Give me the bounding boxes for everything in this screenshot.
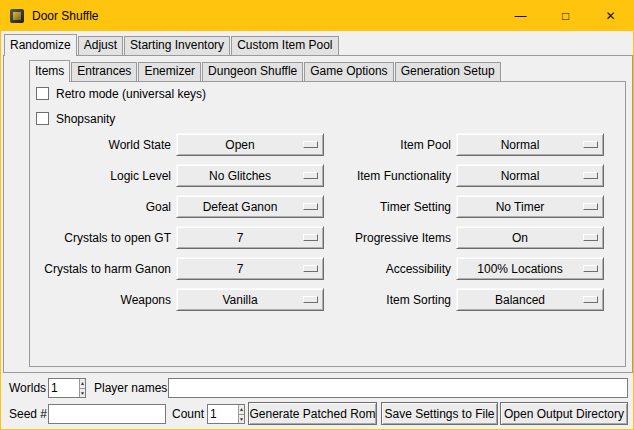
tab-dungeon-shuffle[interactable]: Dungeon Shuffle xyxy=(202,62,303,81)
spin-down-icon[interactable]: ▼ xyxy=(80,388,85,398)
crystals-open-gt-label: Crystals to open GT xyxy=(26,231,176,245)
tab-items[interactable]: Items xyxy=(29,60,70,82)
dropdown-indicator-icon xyxy=(583,203,598,210)
dropdown-indicator-icon xyxy=(583,296,598,303)
logic-level-label: Logic Level xyxy=(26,169,176,183)
crystals-harm-ganon-value: 7 xyxy=(237,262,244,276)
item-pool-label: Item Pool xyxy=(306,138,456,152)
tab-enemizer[interactable]: Enemizer xyxy=(138,62,201,81)
dropdown-indicator-icon xyxy=(583,141,598,148)
weapons-dropdown[interactable]: Vanilla xyxy=(176,288,324,311)
shopsanity-label: Shopsanity xyxy=(56,112,115,126)
accessibility-value: 100% Locations xyxy=(477,262,562,276)
tab-entrances[interactable]: Entrances xyxy=(71,62,137,81)
count-spinner[interactable]: ▲ ▼ xyxy=(207,404,245,424)
world-state-dropdown[interactable]: Open xyxy=(176,133,324,156)
dropdown-indicator-icon xyxy=(583,265,598,272)
item-functionality-dropdown[interactable]: Normal xyxy=(456,164,604,187)
player-names-label: Player names xyxy=(94,378,167,398)
tab-adjust[interactable]: Adjust xyxy=(78,36,123,55)
tab-randomize[interactable]: Randomize xyxy=(4,34,77,56)
open-output-directory-button[interactable]: Open Output Directory xyxy=(500,402,628,425)
window-title: Door Shuffle xyxy=(32,9,99,23)
crystals-harm-ganon-dropdown[interactable]: 7 xyxy=(176,257,324,280)
retro-mode-checkbox-row[interactable]: Retro mode (universal keys) xyxy=(36,86,206,101)
timer-setting-label: Timer Setting xyxy=(306,200,456,214)
window-controls: — □ ✕ xyxy=(498,1,633,31)
worlds-label: Worlds xyxy=(9,378,46,398)
save-settings-button[interactable]: Save Settings to File xyxy=(381,402,498,425)
item-functionality-label: Item Functionality xyxy=(306,169,456,183)
titlebar[interactable]: Door Shuffle — □ ✕ xyxy=(1,1,633,31)
crystals-harm-ganon-label: Crystals to harm Ganon xyxy=(26,262,176,276)
tab-custom-item-pool[interactable]: Custom Item Pool xyxy=(231,36,338,55)
progressive-items-value: On xyxy=(512,231,528,245)
goal-label: Goal xyxy=(26,200,176,214)
dropdown-indicator-icon xyxy=(583,234,598,241)
retro-mode-checkbox[interactable] xyxy=(36,87,49,100)
item-pool-value: Normal xyxy=(501,138,540,152)
inner-tabs: Items Entrances Enemizer Dungeon Shuffle… xyxy=(29,60,502,81)
goal-value: Defeat Ganon xyxy=(203,200,278,214)
app-icon xyxy=(10,9,24,23)
logic-level-dropdown[interactable]: No Glitches xyxy=(176,164,324,187)
item-sorting-dropdown[interactable]: Balanced xyxy=(456,288,604,311)
minimize-icon: — xyxy=(515,9,527,23)
shopsanity-checkbox[interactable] xyxy=(36,112,49,125)
spin-up-icon[interactable]: ▲ xyxy=(239,405,244,414)
count-input[interactable] xyxy=(208,405,238,423)
app-window: Door Shuffle — □ ✕ Randomize Adjust Star… xyxy=(0,0,634,430)
spin-up-icon[interactable]: ▲ xyxy=(80,379,85,388)
generate-patched-rom-button[interactable]: Generate Patched Rom xyxy=(248,402,377,425)
shopsanity-checkbox-row[interactable]: Shopsanity xyxy=(36,111,115,126)
logic-level-value: No Glitches xyxy=(209,169,271,183)
accessibility-dropdown[interactable]: 100% Locations xyxy=(456,257,604,280)
item-pool-dropdown[interactable]: Normal xyxy=(456,133,604,156)
spin-down-icon[interactable]: ▼ xyxy=(239,414,244,424)
world-state-value: Open xyxy=(225,138,254,152)
timer-setting-dropdown[interactable]: No Timer xyxy=(456,195,604,218)
seed-input[interactable] xyxy=(48,404,166,424)
maximize-icon: □ xyxy=(562,9,569,23)
player-names-input[interactable] xyxy=(168,378,628,398)
minimize-button[interactable]: — xyxy=(498,1,543,31)
worlds-spinner-buttons: ▲ ▼ xyxy=(79,379,85,397)
item-sorting-label: Item Sorting xyxy=(306,293,456,307)
item-functionality-value: Normal xyxy=(501,169,540,183)
tab-starting-inventory[interactable]: Starting Inventory xyxy=(124,36,230,55)
progressive-items-dropdown[interactable]: On xyxy=(456,226,604,249)
maximize-button[interactable]: □ xyxy=(543,1,588,31)
worlds-input[interactable] xyxy=(49,379,79,397)
count-spinner-buttons: ▲ ▼ xyxy=(238,405,244,423)
close-button[interactable]: ✕ xyxy=(588,1,633,31)
world-state-label: World State xyxy=(26,138,176,152)
dropdown-indicator-icon xyxy=(583,172,598,179)
goal-dropdown[interactable]: Defeat Ganon xyxy=(176,195,324,218)
seed-label: Seed # xyxy=(9,404,47,424)
accessibility-label: Accessibility xyxy=(306,262,456,276)
items-tab-content xyxy=(29,81,626,367)
item-sorting-value: Balanced xyxy=(495,293,545,307)
outer-tabs: Randomize Adjust Starting Inventory Cust… xyxy=(4,34,340,55)
tab-generation-setup[interactable]: Generation Setup xyxy=(395,62,501,81)
crystals-open-gt-value: 7 xyxy=(237,231,244,245)
timer-setting-value: No Timer xyxy=(496,200,545,214)
retro-mode-label: Retro mode (universal keys) xyxy=(56,87,206,101)
weapons-label: Weapons xyxy=(26,293,176,307)
weapons-value: Vanilla xyxy=(222,293,257,307)
progressive-items-label: Progressive Items xyxy=(306,231,456,245)
crystals-open-gt-dropdown[interactable]: 7 xyxy=(176,226,324,249)
worlds-spinner[interactable]: ▲ ▼ xyxy=(48,378,86,398)
tab-game-options[interactable]: Game Options xyxy=(304,62,393,81)
count-label: Count xyxy=(172,404,204,424)
close-icon: ✕ xyxy=(605,9,615,23)
